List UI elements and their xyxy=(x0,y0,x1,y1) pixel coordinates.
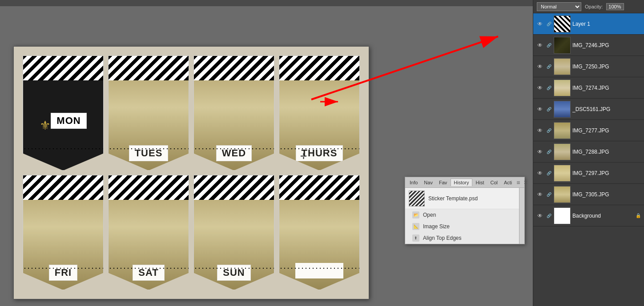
banner-image-area: ⚜MON xyxy=(23,80,103,170)
layer-name-label: IMG_7274.JPG xyxy=(572,85,641,91)
document-canvas: ⚜MONTUESWEDTHURSFRISATSUN xyxy=(13,46,369,299)
layer-item-background[interactable]: 👁🔗Background🔒 xyxy=(533,205,644,227)
banner-blank-box xyxy=(295,263,343,278)
banner-ornament: ⚜ xyxy=(40,118,51,133)
layer-thumbnail xyxy=(554,122,571,139)
layer-item-img7246[interactable]: 👁🔗IMG_7246.JPG xyxy=(533,35,644,56)
banner-dots-pattern xyxy=(23,267,103,269)
tab-nav[interactable]: Nav xyxy=(421,179,435,186)
tab-hist[interactable]: Hist xyxy=(473,179,487,186)
layer-link-icon: 🔗 xyxy=(546,84,552,92)
blend-mode-select[interactable]: Normal xyxy=(537,2,581,11)
banner-stripe-pattern xyxy=(279,175,359,200)
layer-visibility-icon[interactable]: 👁 xyxy=(536,20,544,28)
image-size-icon: 📐 xyxy=(412,223,419,230)
layer-thumbnail xyxy=(554,37,571,54)
layer-thumbnail xyxy=(554,165,571,182)
layer-name-label: Layer 1 xyxy=(572,21,641,27)
layer-item-img7277[interactable]: 👁🔗IMG_7277.JPG xyxy=(533,120,644,141)
layer-visibility-icon[interactable]: 👁 xyxy=(536,169,544,177)
banner-card-blank xyxy=(279,175,360,290)
layer-item-dsc5161[interactable]: 👁🔗_DSC5161.JPG xyxy=(533,99,644,120)
history-snapshot[interactable]: Sticker Template.psd xyxy=(405,188,524,209)
banner-image-area: SAT xyxy=(109,200,189,290)
banner-dots-pattern xyxy=(279,148,359,150)
banner-stripe-pattern xyxy=(109,175,189,200)
banner-stripe-pattern xyxy=(279,56,359,80)
banner-card-SAT: SAT xyxy=(108,175,189,290)
history-scrollbar[interactable] xyxy=(519,188,524,244)
layer-name-label: IMG_7246.JPG xyxy=(572,42,641,48)
layer-link-icon: 🔗 xyxy=(546,63,552,71)
banner-card-FRI: FRI xyxy=(23,175,104,290)
banner-image-area: FRI xyxy=(23,200,103,290)
layer-item-img7288[interactable]: 👁🔗IMG_7288.JPG xyxy=(533,141,644,163)
banner-dots-pattern xyxy=(109,267,189,269)
layer-visibility-icon[interactable]: 👁 xyxy=(536,84,544,92)
layer-item-img7297[interactable]: 👁🔗IMG_7297.JPG xyxy=(533,163,644,184)
banner-image-area: WED xyxy=(194,80,274,170)
layer-name-label: _DSC5161.JPG xyxy=(572,106,641,112)
layer-item-layer1[interactable]: 👁🔗Layer 1 xyxy=(533,13,644,35)
layer-item-img7274[interactable]: 👁🔗IMG_7274.JPG xyxy=(533,77,644,99)
layer-thumbnail xyxy=(554,207,571,224)
layer-item-img7305[interactable]: 👁🔗IMG_7305.JPG xyxy=(533,184,644,205)
canvas-area: ⚜MONTUESWEDTHURSFRISATSUN ✛ Info Nav Fav… xyxy=(0,6,533,306)
open-icon: 📂 xyxy=(412,211,419,219)
layer-link-icon: 🔗 xyxy=(546,20,552,28)
history-panel: Info Nav Fav History Hist Col Acti ≡ ✕ S… xyxy=(405,177,525,244)
snapshot-thumbnail xyxy=(409,191,425,207)
banner-dots-pattern xyxy=(23,148,103,150)
panel-close-button[interactable]: ✕ xyxy=(522,179,530,186)
tab-col[interactable]: Col xyxy=(487,179,500,186)
banner-stripe-pattern xyxy=(23,56,103,80)
layer-link-icon: 🔗 xyxy=(546,212,552,220)
banner-dots-pattern xyxy=(194,267,274,269)
layer-thumbnail xyxy=(554,186,571,203)
layer-visibility-icon[interactable]: 👁 xyxy=(536,127,544,135)
banner-dots-pattern xyxy=(109,148,189,150)
tab-history[interactable]: History xyxy=(451,179,472,186)
banner-image-area: SUN xyxy=(194,200,274,290)
opacity-value: 100% xyxy=(606,3,624,10)
layer-link-icon: 🔗 xyxy=(546,41,552,49)
layer-item-img7250[interactable]: 👁🔗IMG_7250.JPG xyxy=(533,56,644,77)
panel-menu-icon[interactable]: ≡ xyxy=(515,179,521,186)
layer-lock-icon: 🔒 xyxy=(635,213,641,219)
align-icon: ⬆ xyxy=(412,234,419,242)
layer-name-label: IMG_7305.JPG xyxy=(572,191,641,198)
history-items: 📂Open📐Image Size⬆Align Top Edges xyxy=(405,209,524,244)
layer-visibility-icon[interactable]: 👁 xyxy=(536,191,544,199)
banner-label-box: MON xyxy=(51,113,86,129)
banner-stripe-pattern xyxy=(194,175,274,200)
banner-dots-pattern xyxy=(194,148,274,150)
layer-visibility-icon[interactable]: 👁 xyxy=(536,148,544,156)
layer-thumbnail xyxy=(554,16,571,32)
layer-visibility-icon[interactable]: 👁 xyxy=(536,41,544,49)
banner-dots-pattern xyxy=(279,267,359,269)
layer-thumbnail xyxy=(554,143,571,160)
banner-image-area: TUES xyxy=(109,80,189,170)
layer-link-icon: 🔗 xyxy=(546,148,552,156)
banner-stripe-pattern xyxy=(194,56,274,80)
banner-card-THURS: THURS xyxy=(279,56,360,171)
history-item-label: Align Top Edges xyxy=(423,235,462,241)
history-panel-body: Sticker Template.psd 📂Open📐Image Size⬆Al… xyxy=(405,188,524,244)
history-item-image-size[interactable]: 📐Image Size xyxy=(405,221,524,232)
banner-card-MON: ⚜MON xyxy=(23,56,104,171)
banner-stripe-pattern xyxy=(109,56,189,80)
layer-visibility-icon[interactable]: 👁 xyxy=(536,212,544,220)
tab-fav[interactable]: Fav xyxy=(436,179,450,186)
layer-thumbnail xyxy=(554,101,571,118)
history-item-align[interactable]: ⬆Align Top Edges xyxy=(405,232,524,244)
layer-link-icon: 🔗 xyxy=(546,191,552,199)
tab-acti[interactable]: Acti xyxy=(501,179,515,186)
layer-visibility-icon[interactable]: 👁 xyxy=(536,105,544,113)
layer-link-icon: 🔗 xyxy=(546,105,552,113)
banner-day-label: MON xyxy=(56,115,80,127)
layers-list: 👁🔗Layer 1👁🔗IMG_7246.JPG👁🔗IMG_7250.JPG👁🔗I… xyxy=(533,13,644,306)
layer-visibility-icon[interactable]: 👁 xyxy=(536,63,544,71)
banner-image-area xyxy=(279,200,359,290)
tab-info[interactable]: Info xyxy=(407,179,420,186)
history-item-open[interactable]: 📂Open xyxy=(405,209,524,221)
